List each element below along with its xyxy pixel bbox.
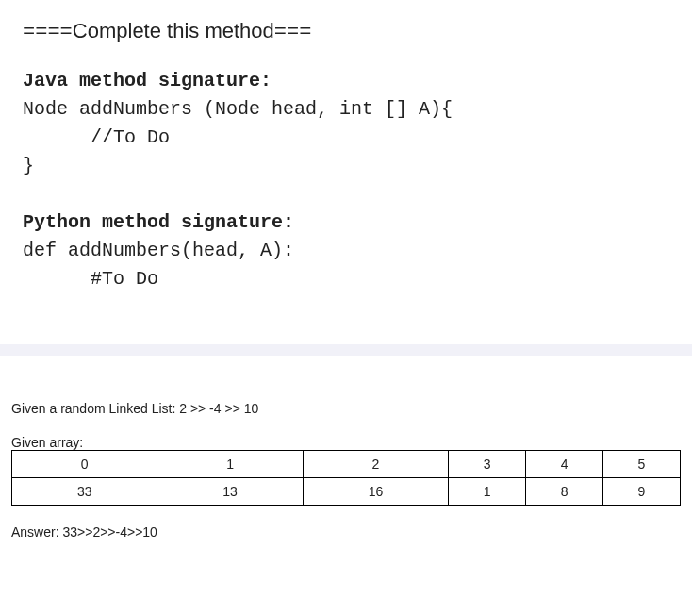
python-line-2: #To Do xyxy=(23,268,158,290)
table-row: 0 1 2 3 4 5 xyxy=(12,451,681,478)
table-value-cell: 33 xyxy=(12,478,157,506)
table-header-cell: 1 xyxy=(157,451,303,478)
table-header-cell: 2 xyxy=(303,451,448,478)
table-header-cell: 3 xyxy=(449,451,526,478)
table-header-cell: 4 xyxy=(526,451,603,478)
given-linked-list: Given a random Linked List: 2 >> -4 >> 1… xyxy=(11,401,681,416)
table-value-cell: 9 xyxy=(603,478,681,506)
java-line-2: //To Do xyxy=(23,126,170,148)
python-block: Python method signature: def addNumbers(… xyxy=(23,208,669,293)
table-value-cell: 1 xyxy=(449,478,526,506)
given-array-label: Given array: xyxy=(11,435,681,450)
answer-text: Answer: 33>>2>>-4>>10 xyxy=(11,524,681,540)
title-line: ====Complete this method=== xyxy=(23,15,669,48)
table-value-cell: 13 xyxy=(157,478,303,506)
title-text: Complete this method xyxy=(73,19,274,42)
java-line-3: } xyxy=(23,155,34,176)
table-header-cell: 0 xyxy=(12,451,157,478)
java-line-1: Node addNumbers (Node head, int [] A){ xyxy=(23,98,453,120)
java-block: Java method signature: Node addNumbers (… xyxy=(23,67,669,180)
divider xyxy=(0,344,692,356)
title-suffix: === xyxy=(274,21,312,44)
title-prefix: ==== xyxy=(23,21,73,44)
array-table: 0 1 2 3 4 5 33 13 16 1 8 9 xyxy=(11,450,681,506)
python-line-1: def addNumbers(head, A): xyxy=(23,240,294,261)
code-section: ====Complete this method=== Java method … xyxy=(0,0,692,344)
python-label: Python method signature: xyxy=(23,211,294,233)
table-value-cell: 16 xyxy=(303,478,448,506)
java-label: Java method signature: xyxy=(23,70,272,92)
table-value-cell: 8 xyxy=(526,478,603,506)
table-row: 33 13 16 1 8 9 xyxy=(12,478,681,506)
table-header-cell: 5 xyxy=(603,451,681,478)
example-section: Given a random Linked List: 2 >> -4 >> 1… xyxy=(0,356,692,551)
